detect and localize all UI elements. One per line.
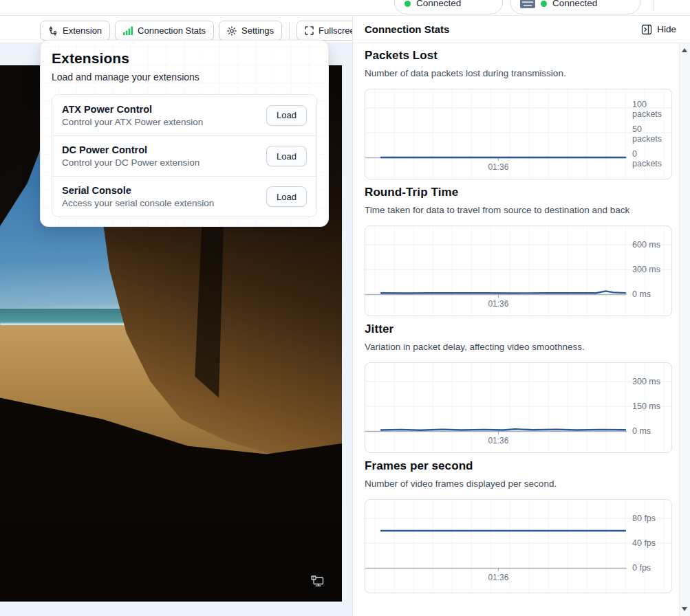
extension-row-atx: ATX Power Control Control your ATX Power… xyxy=(52,95,316,135)
extensions-list: ATX Power Control Control your ATX Power… xyxy=(52,94,317,217)
keyboard-icon xyxy=(520,0,535,8)
svg-text:0 fps: 0 fps xyxy=(632,563,651,573)
svg-text:600 ms: 600 ms xyxy=(632,240,660,250)
stats-panel-header: Connection Stats Hide xyxy=(353,16,690,43)
peripheral-connected-badge[interactable]: Connected xyxy=(510,0,640,14)
jitter-chart: 01:36300 ms150 ms0 ms xyxy=(365,362,672,453)
extensions-subtitle: Load and manage your extensions xyxy=(52,72,317,82)
kvm-app: Connected Connected Extension xyxy=(0,0,690,616)
extensions-popover: Extensions Load and manage your extensio… xyxy=(40,40,329,227)
svg-text:01:36: 01:36 xyxy=(488,573,508,582)
svg-text:80 fps: 80 fps xyxy=(632,514,656,523)
extension-button[interactable]: Extension xyxy=(40,21,110,41)
chart-subtitle: Number of video frames displayed per sec… xyxy=(365,478,672,490)
svg-text:50: 50 xyxy=(632,124,642,134)
load-atx-button[interactable]: Load xyxy=(266,105,307,126)
chart-title: Round-Trip Time xyxy=(365,185,672,200)
svg-text:40 fps: 40 fps xyxy=(632,538,656,548)
chart-subtitle: Variation in packet delay, affecting vid… xyxy=(365,341,672,353)
hide-panel-button[interactable]: Hide xyxy=(641,21,676,38)
toolbar-row: Extension Connection Stats xyxy=(0,16,352,43)
extensions-title: Extensions xyxy=(52,50,317,67)
packets-lost-section: Packets Lost Number of data packets lost… xyxy=(365,48,672,179)
stats-panel-title: Connection Stats xyxy=(365,16,449,43)
chart-subtitle: Time taken for data to travel from sourc… xyxy=(365,204,672,217)
fullscreen-icon xyxy=(305,26,314,35)
svg-text:packets: packets xyxy=(632,134,662,144)
chart-title: Frames per second xyxy=(365,459,672,474)
svg-text:packets: packets xyxy=(632,109,662,119)
settings-button[interactable]: Settings xyxy=(219,21,282,41)
extension-row-serial: Serial Console Access your serial consol… xyxy=(52,176,316,217)
fps-chart: 01:3680 fps40 fps0 fps xyxy=(365,499,672,593)
badge-label: Connected xyxy=(416,0,461,8)
extension-button-label: Extension xyxy=(63,25,102,36)
fps-section: Frames per second Number of video frames… xyxy=(365,459,672,593)
packets-lost-chart: 01:36100packets50packets0packets xyxy=(365,89,672,179)
svg-text:01:36: 01:36 xyxy=(488,162,508,172)
plug-icon xyxy=(48,26,58,36)
svg-text:packets: packets xyxy=(632,159,662,168)
chart-title: Packets Lost xyxy=(365,48,672,63)
stats-pane: Packets Lost Number of data packets lost… xyxy=(353,43,680,616)
video-connected-badge[interactable]: Connected xyxy=(394,0,503,14)
extension-name: Serial Console xyxy=(62,185,214,196)
svg-text:01:36: 01:36 xyxy=(488,436,508,446)
badge-label: Connected xyxy=(552,0,597,8)
gear-icon xyxy=(227,26,237,36)
scroll-up-arrow-icon[interactable] xyxy=(682,48,687,52)
stats-scrollbar[interactable] xyxy=(679,43,690,616)
round-trip-time-chart: 01:36600 ms300 ms0 ms xyxy=(365,226,672,316)
extension-name: ATX Power Control xyxy=(62,104,203,115)
svg-text:0: 0 xyxy=(632,149,637,159)
virtual-display-icon xyxy=(311,575,325,587)
svg-text:01:36: 01:36 xyxy=(488,299,508,309)
top-status-strip: Connected Connected xyxy=(0,0,690,16)
svg-text:100: 100 xyxy=(632,100,647,109)
status-dot xyxy=(541,1,547,7)
svg-text:0 ms: 0 ms xyxy=(632,289,651,299)
extension-row-dc: DC Power Control Control your DC Power e… xyxy=(52,135,316,176)
extension-name: DC Power Control xyxy=(62,144,200,155)
cropped-control-edge xyxy=(654,0,654,11)
extension-description: Control your ATX Power extension xyxy=(62,117,203,127)
svg-text:300 ms: 300 ms xyxy=(632,265,660,274)
jitter-section: Jitter Variation in packet delay, affect… xyxy=(365,322,672,453)
load-dc-button[interactable]: Load xyxy=(266,146,307,166)
status-dot xyxy=(405,1,411,7)
extension-description: Access your serial console extension xyxy=(62,198,214,208)
svg-text:0 ms: 0 ms xyxy=(632,426,651,436)
chart-title: Jitter xyxy=(365,322,672,337)
toolbar-divider xyxy=(289,23,290,39)
toolbar: Extension Connection Stats xyxy=(40,21,368,41)
settings-button-label: Settings xyxy=(241,25,274,36)
round-trip-time-section: Round-Trip Time Time taken for data to t… xyxy=(365,185,672,316)
scroll-down-arrow-icon[interactable] xyxy=(682,607,687,611)
connection-stats-button-label: Connection Stats xyxy=(138,25,206,36)
svg-text:300 ms: 300 ms xyxy=(632,377,660,386)
load-serial-button[interactable]: Load xyxy=(266,186,307,207)
signal-bars-icon xyxy=(123,26,133,35)
hide-button-label: Hide xyxy=(657,24,676,34)
extension-description: Control your DC Power extension xyxy=(62,157,200,168)
svg-text:150 ms: 150 ms xyxy=(632,402,660,411)
chart-subtitle: Number of data packets lost during trans… xyxy=(365,67,672,80)
panel-right-icon xyxy=(641,24,652,35)
connection-stats-button[interactable]: Connection Stats xyxy=(115,21,214,41)
